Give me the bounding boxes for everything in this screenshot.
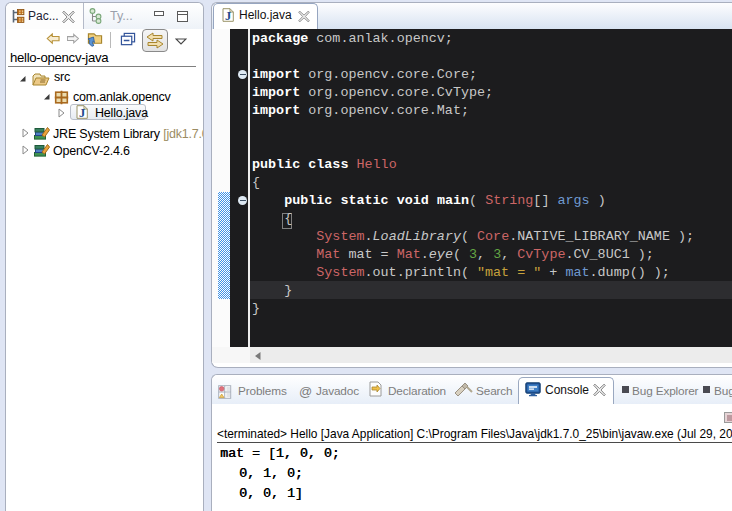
svg-text:J: J xyxy=(225,9,231,22)
svg-text:J: J xyxy=(79,106,85,119)
